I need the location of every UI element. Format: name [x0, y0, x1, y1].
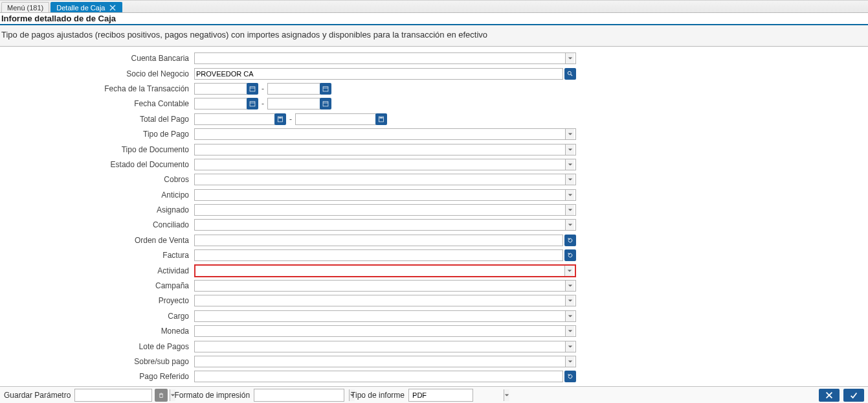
ok-button[interactable] [843, 389, 864, 402]
cargo-input[interactable] [196, 311, 565, 321]
pago-referido-requery-button[interactable] [564, 371, 576, 382]
fecha-transaccion-from[interactable] [194, 83, 247, 95]
socio-negocio-input[interactable] [194, 68, 563, 80]
label-campana: Campaña [0, 281, 194, 290]
form-scroll[interactable]: Cuenta Bancaria Socio del Negocio Fecha … [0, 47, 868, 386]
chevron-down-icon[interactable] [565, 174, 574, 185]
chevron-down-icon[interactable] [565, 326, 574, 336]
socio-negocio-search-button[interactable] [564, 68, 576, 80]
conciliado-input[interactable] [196, 220, 565, 230]
actividad-input[interactable] [197, 266, 564, 276]
total-pago-from[interactable] [194, 113, 275, 125]
fecha-contable-from[interactable] [194, 98, 247, 109]
svg-rect-15 [380, 117, 383, 118]
cuenta-bancaria-input[interactable] [196, 53, 565, 63]
campana-input[interactable] [196, 281, 565, 291]
total-pago-to[interactable] [295, 113, 376, 125]
sobre-sub-pago-input[interactable] [196, 356, 565, 367]
label-orden-venta: Orden de Venta [0, 236, 194, 245]
trash-icon [158, 392, 164, 398]
label-asignado: Asignado [0, 205, 194, 214]
conciliado-select[interactable] [194, 219, 576, 231]
calendar-icon [322, 86, 329, 92]
pago-referido-input[interactable] [194, 371, 563, 382]
chevron-down-icon[interactable] [565, 220, 574, 230]
fecha-contable-from-picker[interactable] [247, 98, 258, 109]
fecha-transaccion-to[interactable] [267, 83, 320, 95]
anticipo-select[interactable] [194, 189, 576, 201]
total-pago-to-calc[interactable] [375, 113, 387, 125]
tab-detalle-caja[interactable]: Detalle de Caja [50, 2, 122, 12]
fecha-contable-to[interactable] [267, 98, 320, 109]
tipo-pago-input[interactable] [196, 129, 565, 139]
formato-impresion-select[interactable] [254, 389, 344, 402]
svg-rect-16 [160, 394, 162, 397]
anticipo-input[interactable] [196, 190, 565, 200]
chevron-down-icon[interactable] [565, 144, 574, 155]
chevron-down-icon[interactable] [565, 129, 574, 139]
tipo-informe-input[interactable] [410, 389, 504, 401]
label-tipo-informe: Tipo de informe [351, 391, 405, 400]
refresh-icon [567, 252, 573, 259]
refresh-icon [567, 373, 573, 380]
calculator-icon [378, 116, 384, 122]
chevron-down-icon[interactable] [565, 356, 574, 367]
chevron-down-icon[interactable] [565, 341, 574, 352]
guardar-parametro-select[interactable] [74, 389, 152, 402]
tipo-documento-input[interactable] [196, 144, 565, 155]
chevron-down-icon[interactable] [565, 190, 574, 200]
label-total-pago: Total del Pago [0, 115, 194, 124]
svg-rect-8 [250, 102, 255, 106]
tabs-bar: Menú (181) Detalle de Caja [0, 0, 868, 13]
asignado-select[interactable] [194, 204, 576, 216]
lote-pagos-input[interactable] [196, 341, 565, 352]
chevron-down-icon[interactable] [565, 295, 574, 306]
formato-impresion-input[interactable] [256, 389, 349, 401]
label-fecha-transaccion: Fecha de la Transacción [0, 84, 194, 93]
asignado-input[interactable] [196, 205, 565, 215]
label-lote-pagos: Lote de Pagos [0, 342, 194, 351]
tab-menu[interactable]: Menú (181) [1, 2, 49, 12]
cuenta-bancaria-select[interactable] [194, 52, 576, 64]
factura-input[interactable] [194, 249, 563, 261]
tipo-documento-select[interactable] [194, 144, 576, 155]
chevron-down-icon[interactable] [565, 159, 574, 170]
chevron-down-icon[interactable] [504, 389, 509, 401]
label-tipo-documento: Tipo de Documento [0, 145, 194, 154]
chevron-down-icon[interactable] [565, 53, 574, 63]
total-pago-from-calc[interactable] [274, 113, 286, 125]
estado-documento-select[interactable] [194, 159, 576, 170]
chevron-down-icon[interactable] [565, 311, 574, 321]
label-pago-referido: Pago Referido [0, 372, 194, 381]
fecha-transaccion-from-picker[interactable] [247, 83, 258, 95]
tipo-informe-select[interactable] [408, 389, 473, 402]
chevron-down-icon[interactable] [564, 266, 573, 276]
svg-rect-4 [250, 87, 255, 91]
proyecto-select[interactable] [194, 295, 576, 306]
chevron-down-icon[interactable] [565, 205, 574, 215]
label-sobre-sub-pago: Sobre/sub pago [0, 357, 194, 366]
orden-venta-input[interactable] [194, 235, 563, 246]
tipo-pago-select[interactable] [194, 128, 576, 140]
fecha-transaccion-to-picker[interactable] [320, 83, 331, 95]
sobre-sub-pago-select[interactable] [194, 356, 576, 367]
campana-select[interactable] [194, 280, 576, 292]
estado-documento-input[interactable] [196, 159, 565, 170]
chevron-down-icon[interactable] [565, 281, 574, 291]
fecha-contable-to-picker[interactable] [320, 98, 331, 109]
cobros-input[interactable] [196, 174, 565, 185]
moneda-select[interactable] [194, 325, 576, 337]
lote-pagos-select[interactable] [194, 341, 576, 352]
proyecto-input[interactable] [196, 295, 565, 306]
close-icon[interactable] [109, 4, 117, 12]
cobros-select[interactable] [194, 174, 576, 185]
cargo-select[interactable] [194, 310, 576, 322]
orden-venta-requery-button[interactable] [564, 235, 576, 246]
tab-detalle-caja-label: Detalle de Caja [56, 4, 105, 12]
cancel-button[interactable] [819, 389, 840, 402]
factura-requery-button[interactable] [564, 249, 576, 261]
moneda-input[interactable] [196, 326, 565, 336]
delete-parametro-button[interactable] [155, 389, 168, 402]
label-estado-documento: Estado del Documento [0, 160, 194, 169]
actividad-select[interactable] [194, 264, 576, 277]
